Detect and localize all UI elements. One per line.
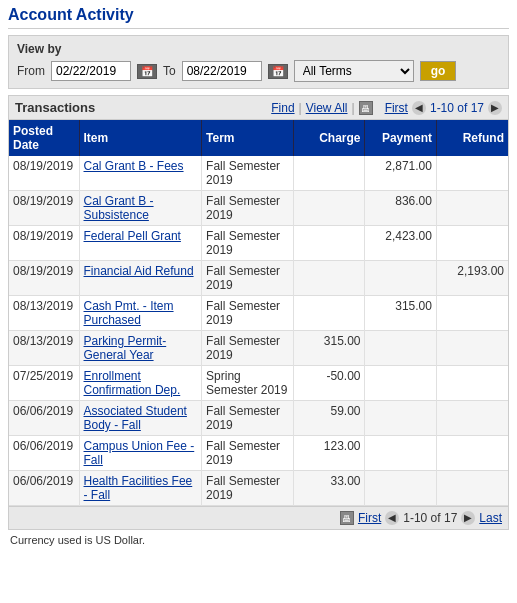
last-label-bottom[interactable]: Last — [479, 511, 502, 525]
col-header-date: Posted Date — [9, 120, 79, 156]
from-calendar-icon[interactable]: 📅 — [137, 64, 157, 79]
cell-term: Fall Semester 2019 — [202, 296, 294, 331]
currency-note: Currency used is US Dollar. — [8, 530, 509, 550]
cell-term: Fall Semester 2019 — [202, 471, 294, 506]
col-header-charge: Charge — [294, 120, 365, 156]
first-label-bottom[interactable]: First — [358, 511, 381, 525]
cell-date: 08/19/2019 — [9, 226, 79, 261]
view-by-label: View by — [17, 42, 500, 56]
cell-charge: 59.00 — [294, 401, 365, 436]
print-icon-bottom[interactable]: 🖶 — [340, 511, 354, 525]
prev-arrow-top[interactable]: ◀ — [412, 101, 426, 115]
table-footer: 🖶 First ◀ 1-10 of 17 ▶ Last — [9, 506, 508, 529]
cell-payment — [365, 331, 436, 366]
cell-charge — [294, 156, 365, 191]
cell-refund — [436, 296, 508, 331]
cell-date: 08/13/2019 — [9, 296, 79, 331]
cell-refund — [436, 226, 508, 261]
divider1: | — [299, 101, 302, 115]
table-row: 06/06/2019Associated Student Body - Fall… — [9, 401, 508, 436]
cell-payment: 2,871.00 — [365, 156, 436, 191]
cell-term: Fall Semester 2019 — [202, 261, 294, 296]
cell-date: 07/25/2019 — [9, 366, 79, 401]
cell-term: Fall Semester 2019 — [202, 191, 294, 226]
cell-item[interactable]: Associated Student Body - Fall — [79, 401, 202, 436]
cell-date: 08/19/2019 — [9, 156, 79, 191]
table-header: Posted Date Item Term Charge Payment Ref… — [9, 120, 508, 156]
cell-item[interactable]: Cal Grant B - Subsistence — [79, 191, 202, 226]
cell-payment — [365, 436, 436, 471]
cell-charge: -50.00 — [294, 366, 365, 401]
nav-range-bottom: 1-10 of 17 — [403, 511, 457, 525]
to-calendar-icon[interactable]: 📅 — [268, 64, 288, 79]
cell-charge: 315.00 — [294, 331, 365, 366]
col-header-item: Item — [79, 120, 202, 156]
go-button[interactable]: go — [420, 61, 457, 81]
page-container: Account Activity View by From 📅 To 📅 All… — [0, 0, 517, 556]
col-header-payment: Payment — [365, 120, 436, 156]
page-title: Account Activity — [8, 6, 509, 29]
cell-refund: 2,193.00 — [436, 261, 508, 296]
cell-charge — [294, 191, 365, 226]
cell-item[interactable]: Campus Union Fee - Fall — [79, 436, 202, 471]
cell-date: 06/06/2019 — [9, 436, 79, 471]
viewall-link[interactable]: View All — [306, 101, 348, 115]
cell-item[interactable]: Financial Aid Refund — [79, 261, 202, 296]
cell-item[interactable]: Enrollment Confirmation Dep. — [79, 366, 202, 401]
table-row: 07/25/2019Enrollment Confirmation Dep.Sp… — [9, 366, 508, 401]
cell-refund — [436, 471, 508, 506]
term-select[interactable]: All TermsFall Semester 2019Spring Semest… — [294, 60, 414, 82]
cell-payment: 836.00 — [365, 191, 436, 226]
table-row: 06/06/2019Health Facilities Fee - FallFa… — [9, 471, 508, 506]
cell-item[interactable]: Parking Permit-General Year — [79, 331, 202, 366]
table-row: 08/19/2019Cal Grant B - SubsistenceFall … — [9, 191, 508, 226]
cell-item[interactable]: Federal Pell Grant — [79, 226, 202, 261]
cell-payment: 315.00 — [365, 296, 436, 331]
first-label-top[interactable]: First — [385, 101, 408, 115]
cell-term: Spring Semester 2019 — [202, 366, 294, 401]
transactions-section: Transactions Find | View All | 🖶 First ◀… — [8, 95, 509, 530]
next-arrow-bottom[interactable]: ▶ — [461, 511, 475, 525]
table-row: 08/13/2019Cash Pmt. - Item PurchasedFall… — [9, 296, 508, 331]
cell-term: Fall Semester 2019 — [202, 331, 294, 366]
cell-refund — [436, 366, 508, 401]
next-arrow-top[interactable]: ▶ — [488, 101, 502, 115]
nav-range-top: 1-10 of 17 — [430, 101, 484, 115]
table-row: 06/06/2019Campus Union Fee - FallFall Se… — [9, 436, 508, 471]
cell-refund — [436, 436, 508, 471]
col-header-term: Term — [202, 120, 294, 156]
find-link[interactable]: Find — [271, 101, 294, 115]
from-date-input[interactable] — [51, 61, 131, 81]
cell-charge — [294, 261, 365, 296]
cell-refund — [436, 331, 508, 366]
header-links: Find | View All | 🖶 First ◀ 1-10 of 17 ▶ — [271, 101, 502, 115]
cell-item[interactable]: Cal Grant B - Fees — [79, 156, 202, 191]
cell-term: Fall Semester 2019 — [202, 401, 294, 436]
cell-payment — [365, 471, 436, 506]
cell-item[interactable]: Cash Pmt. - Item Purchased — [79, 296, 202, 331]
table-row: 08/13/2019Parking Permit-General YearFal… — [9, 331, 508, 366]
cell-date: 08/13/2019 — [9, 331, 79, 366]
cell-charge — [294, 296, 365, 331]
col-header-refund: Refund — [436, 120, 508, 156]
transactions-table: Posted Date Item Term Charge Payment Ref… — [9, 120, 508, 506]
table-row: 08/19/2019Federal Pell GrantFall Semeste… — [9, 226, 508, 261]
cell-payment — [365, 401, 436, 436]
cell-item[interactable]: Health Facilities Fee - Fall — [79, 471, 202, 506]
prev-arrow-bottom[interactable]: ◀ — [385, 511, 399, 525]
cell-date: 06/06/2019 — [9, 401, 79, 436]
view-by-box: View by From 📅 To 📅 All TermsFall Semest… — [8, 35, 509, 89]
cell-date: 08/19/2019 — [9, 191, 79, 226]
print-icon[interactable]: 🖶 — [359, 101, 373, 115]
from-label: From — [17, 64, 45, 78]
to-label: To — [163, 64, 176, 78]
cell-payment — [365, 366, 436, 401]
transactions-title: Transactions — [15, 100, 95, 115]
cell-term: Fall Semester 2019 — [202, 156, 294, 191]
transactions-header: Transactions Find | View All | 🖶 First ◀… — [9, 96, 508, 120]
divider2: | — [352, 101, 355, 115]
to-date-input[interactable] — [182, 61, 262, 81]
filter-row: From 📅 To 📅 All TermsFall Semester 2019S… — [17, 60, 500, 82]
cell-term: Fall Semester 2019 — [202, 436, 294, 471]
table-row: 08/19/2019Cal Grant B - FeesFall Semeste… — [9, 156, 508, 191]
